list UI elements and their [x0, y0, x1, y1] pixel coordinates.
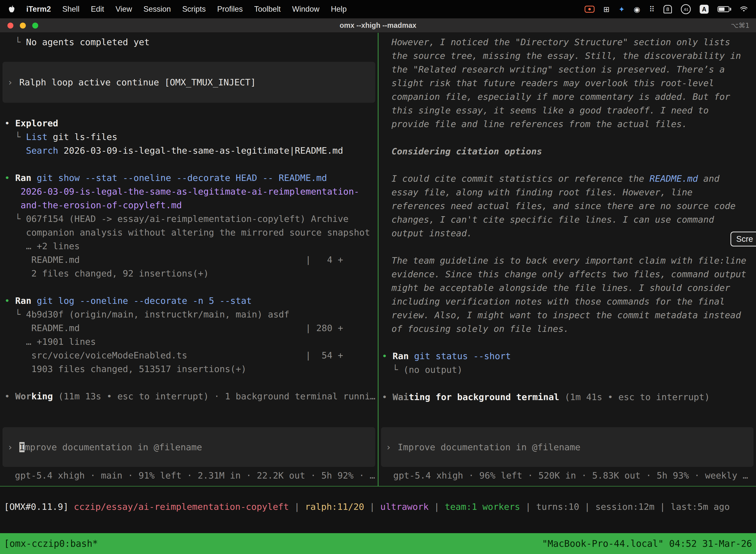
terminal-line: references need actual files, and since …	[378, 199, 756, 213]
left-pane-lines: • Explored └ List git ls-files Search 20…	[0, 103, 378, 403]
menu-item-profiles[interactable]: Profiles	[217, 5, 243, 14]
terminal-line: • Ran git log --oneline --decorate -n 5 …	[0, 294, 378, 308]
close-button[interactable]	[7, 22, 13, 29]
right-pane: However, I noticed the "Directory Struct…	[378, 33, 756, 486]
terminal-line: might be acceptable alongside the file l…	[378, 281, 756, 295]
menu-item-toolbelt[interactable]: Toolbelt	[254, 5, 281, 14]
terminal-line: including verification notes with those …	[378, 295, 756, 308]
bluesky-icon[interactable]: ✦	[619, 5, 625, 14]
screen-edge-button[interactable]: Scre	[731, 232, 756, 246]
terminal-line: 2 files changed, 92 insertions(+)	[0, 267, 378, 280]
terminal-line: slight risk that future readers may over…	[378, 76, 756, 90]
right-input-area: › Improve documentation in @filename gpt…	[378, 427, 756, 486]
menu-item-view[interactable]: View	[116, 5, 132, 14]
terminal-line: changes, I can't cite specific file line…	[378, 213, 756, 226]
left-pane-status-line: gpt-5.4 xhigh · main · 91% left · 2.31M …	[0, 470, 378, 481]
terminal-line: the "Related research writing" section i…	[378, 63, 756, 76]
menu-item-help[interactable]: Help	[331, 5, 347, 14]
right-input-text: Improve documentation in @filename	[397, 442, 580, 452]
terminal-line: review. Also, I might want to inspect th…	[378, 308, 756, 322]
terminal-line	[0, 376, 378, 389]
left-prompt-input[interactable]: › Improve documentation in @filename	[2, 427, 375, 467]
battery-fill	[719, 7, 724, 11]
battery-icon[interactable]	[717, 6, 731, 12]
macos-menu-bar: iTerm2ShellEditViewSessionScriptsProfile…	[0, 0, 756, 18]
terminal-line	[378, 240, 756, 254]
apps-grid-icon[interactable]: ⠿	[649, 5, 654, 14]
terminal-line: … +1901 lines	[0, 335, 378, 348]
terminal-line: README.md | 280 +	[0, 321, 378, 335]
minimize-button[interactable]	[20, 22, 26, 29]
prompt-chevron-icon: ›	[381, 442, 398, 452]
inject-banner: › Ralph loop active continue [OMX_TMUX_I…	[2, 62, 375, 103]
terminal-line	[0, 280, 378, 294]
menu-status-icons: ⊞ ✦ ◉ ⠿ 8 .61 A	[585, 4, 748, 14]
left-input-area: › Improve documentation in @filename gpt…	[0, 427, 378, 486]
terminal-line: However, I noticed the "Directory Struct…	[378, 35, 756, 49]
terminal-panes: └ No agents completed yet › Ralph loop a…	[0, 33, 756, 486]
terminal-line	[378, 336, 756, 349]
terminal-line: essay file, along with finding root file…	[378, 185, 756, 199]
terminal-line: 1903 files changed, 513517 insertions(+)	[0, 362, 378, 376]
menu-item-scripts[interactable]: Scripts	[182, 5, 206, 14]
terminal-line: 2026-03-09-is-legal-the-same-as-legitima…	[0, 185, 378, 198]
menu-item-shell[interactable]: Shell	[62, 5, 79, 14]
window-shortcut-badge: ⌥⌘1	[731, 21, 756, 29]
inject-banner-text: Ralph loop active continue [OMX_TMUX_INJ…	[19, 77, 256, 88]
battery-percent-badge[interactable]: .61	[681, 4, 691, 14]
terminal-line: └ No agents completed yet	[0, 35, 378, 49]
text-cursor: I	[19, 442, 25, 452]
zoom-button[interactable]	[32, 22, 38, 29]
screen-recording-indicator[interactable]	[585, 6, 594, 13]
left-pane-lines-top: └ No agents completed yet	[0, 35, 378, 49]
terminal-line: └ 067f154 (HEAD -> essay/ai-reimplementa…	[0, 212, 378, 226]
terminal-line: of focusing solely on file lines.	[378, 322, 756, 336]
wifi-icon[interactable]	[740, 6, 748, 12]
right-pane-status-line: gpt-5.4 xhigh · 96% left · 520K in · 5.8…	[378, 470, 756, 481]
menu-item-iterm2[interactable]: iTerm2	[26, 5, 51, 14]
prompt-chevron-icon: ›	[2, 77, 19, 88]
terminal-line: output instead.	[378, 226, 756, 240]
terminal-line	[378, 377, 756, 390]
omx-status-bar: [OMX#0.11.9] cczip/essay/ai-reimplementa…	[0, 487, 756, 533]
input-source-icon[interactable]: A	[700, 5, 709, 14]
terminal-line: README.md | 4 +	[0, 253, 378, 267]
terminal-line: src/voice/voiceModeEnabled.ts | 54 +	[0, 348, 378, 362]
terminal-line: • Ran git status --short	[378, 349, 756, 363]
terminal-line: and-the-erosion-of-copyleft.md	[0, 198, 378, 212]
terminal-line: companion analysis without altering the …	[0, 226, 378, 239]
terminal-line: this single essay, it seems like a good …	[378, 104, 756, 117]
grid-icon[interactable]: ⊞	[604, 5, 610, 14]
left-pane: └ No agents completed yet › Ralph loop a…	[0, 33, 378, 486]
menu-item-edit[interactable]: Edit	[91, 5, 104, 14]
battery-nub	[730, 8, 731, 11]
menu-item-session[interactable]: Session	[143, 5, 171, 14]
ghost-app-icon[interactable]: 8	[664, 5, 672, 13]
apple-logo-icon[interactable]	[8, 5, 15, 13]
terminal-line: The team guideline is to back every impo…	[378, 254, 756, 267]
terminal-line: Considering citation options	[378, 145, 756, 158]
terminal-line: the source tree, missing the essay. Stil…	[378, 49, 756, 63]
tmux-session-window: [omx-cczip0:bash*	[4, 538, 98, 549]
terminal-line: └ (no output)	[378, 363, 756, 377]
terminal-line: └ 4b9d30f (origin/main, instructkr/main,…	[0, 308, 378, 321]
window-title-bar: omx --xhigh --madmax ⌥⌘1	[0, 18, 756, 33]
circle-app-icon[interactable]: ◉	[634, 5, 640, 14]
terminal-line: └ List git ls-files	[0, 130, 378, 144]
terminal-line: • Working (11m 13s • esc to interrupt) ·…	[0, 389, 378, 403]
terminal-line: … +2 lines	[0, 239, 378, 253]
prompt-chevron-icon: ›	[2, 442, 19, 452]
tmux-status-bar: [omx-cczip0:bash* "MacBook-Pro-44.local"…	[0, 533, 756, 554]
traffic-lights	[0, 22, 38, 29]
window-title: omx --xhigh --madmax	[0, 21, 756, 30]
menu-item-window[interactable]: Window	[292, 5, 319, 14]
right-prompt-input[interactable]: › Improve documentation in @filename	[381, 427, 754, 467]
terminal-line: • Explored	[0, 116, 378, 130]
terminal-line: I could cite commit statistics or refere…	[378, 172, 756, 185]
terminal-line	[378, 158, 756, 172]
terminal-line	[378, 131, 756, 145]
terminal-line: companion file, especially if more comme…	[378, 90, 756, 104]
terminal-line: • Ran git show --stat --oneline --decora…	[0, 171, 378, 185]
terminal-line: provide file and line references from th…	[378, 117, 756, 131]
right-pane-lines: However, I noticed the "Directory Struct…	[378, 35, 756, 404]
